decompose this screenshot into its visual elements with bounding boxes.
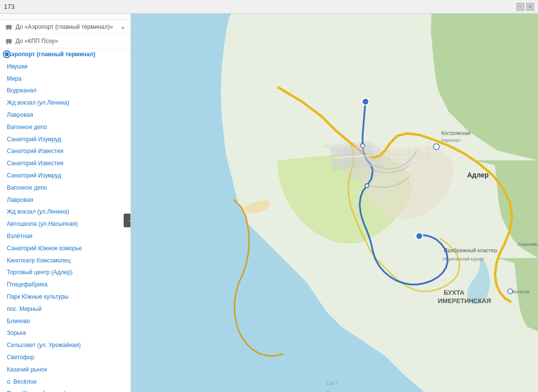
svg-text:Костромская: Костромская: [441, 131, 471, 136]
map-svg: Адлер Костромская Аэропорт Прибрежный кл…: [131, 14, 538, 392]
stop-item[interactable]: Санаторий Изумруд: [0, 133, 130, 146]
stop-item[interactable]: Автошкола (ул.Насыпная): [0, 218, 130, 230]
svg-text:Олимпийская деревня: Олимпийская деревня: [517, 242, 538, 247]
stop-item[interactable]: Лавровая: [0, 194, 130, 206]
window-title: 173: [4, 3, 15, 10]
stop-item[interactable]: Зорька: [0, 327, 130, 339]
stop-item[interactable]: Ивушки: [0, 61, 130, 73]
stop-item[interactable]: Птицефабрика: [0, 279, 130, 291]
stops-list[interactable]: Аэропорт (главный терминал)ИвушкиМираВод…: [0, 48, 130, 392]
svg-point-5: [10, 43, 11, 44]
stop-item[interactable]: Санаторий Изумруд: [0, 170, 130, 182]
direction-label-2: До «КПП Псоу»: [16, 38, 58, 44]
stop-item[interactable]: Аэропорт (главный терминал): [0, 48, 130, 61]
stop-item[interactable]: Псоу (Казачий рынок): [0, 388, 130, 392]
stop-item[interactable]: Санаторий Южное взморье: [0, 242, 130, 255]
direction-to-airport[interactable]: До «Аэропорт (главный терминал)» ▲: [0, 20, 130, 34]
stop-item[interactable]: Сельсовет (ул. Урожайная): [0, 339, 130, 351]
map-area[interactable]: Адлер Костромская Аэропорт Прибрежный кл…: [131, 14, 538, 392]
svg-rect-0: [6, 25, 12, 29]
svg-point-23: [508, 289, 513, 294]
minimize-button[interactable]: −: [516, 3, 524, 11]
svg-point-8: [416, 233, 423, 240]
stop-item[interactable]: Водоканал: [0, 85, 130, 97]
svg-text:Аэропорт: Аэропорт: [441, 138, 461, 143]
svg-text:Прибрежный кластер: Прибрежный кластер: [444, 247, 497, 253]
stop-item[interactable]: Вагонное депо: [0, 121, 130, 133]
stop-item[interactable]: Санаторий Известия: [0, 157, 130, 170]
svg-point-17: [433, 144, 439, 150]
title-bar: 173 − ×: [0, 0, 538, 14]
chevron-up-icon: ▲: [120, 24, 126, 30]
stop-item[interactable]: Жд вокзал (ул.Ленина): [0, 206, 130, 218]
sidebar-header: [0, 14, 130, 20]
stop-item[interactable]: Торговый центр (Адлер): [0, 266, 130, 279]
svg-rect-3: [6, 39, 12, 43]
svg-point-7: [362, 98, 369, 105]
svg-text:БУХТА: БУХТА: [444, 289, 465, 296]
stop-item[interactable]: Вагонное депо: [0, 182, 130, 194]
stop-item[interactable]: Парк Южные культуры: [0, 291, 130, 303]
stop-item[interactable]: Санаторий Известия: [0, 145, 130, 157]
stop-item[interactable]: Мира: [0, 73, 130, 85]
stop-item[interactable]: Жд вокзал (ул.Ленина): [0, 97, 130, 109]
stops-container: Аэропорт (главный терминал)ИвушкиМираВод…: [0, 48, 130, 392]
bus-icon-2: [5, 37, 13, 45]
svg-text:Адлер: Адлер: [467, 171, 489, 179]
stop-item[interactable]: о. Весёлое: [0, 376, 130, 388]
main-content: До «Аэропорт (главный терминал)» ▲ До «К…: [0, 14, 538, 392]
direction-label-1: До «Аэропорт (главный терминал)»: [16, 23, 113, 30]
stop-item[interactable]: Кинотеатр Комсомолец: [0, 255, 130, 267]
direction-to-psou[interactable]: До «КПП Псоу»: [0, 34, 130, 48]
close-button[interactable]: ×: [526, 3, 534, 11]
svg-point-4: [7, 43, 8, 44]
sidebar: До «Аэропорт (главный терминал)» ▲ До «К…: [0, 14, 131, 392]
title-bar-controls: − ×: [516, 3, 534, 11]
stop-item[interactable]: Лавровая: [0, 109, 130, 121]
svg-text:ИМЕРЕТИНСКАЯ: ИМЕРЕТИНСКАЯ: [438, 297, 491, 305]
bus-icon: [5, 23, 13, 31]
stop-item[interactable]: Блиново: [0, 315, 130, 327]
stop-item[interactable]: пос. Мирный: [0, 303, 130, 315]
svg-text:Eat <: Eat <: [326, 381, 338, 386]
svg-text:Имретинский курорт: Имретинский курорт: [443, 257, 484, 261]
stop-item[interactable]: Светофор: [0, 351, 130, 364]
svg-point-2: [10, 29, 11, 30]
stop-item[interactable]: Взлётная: [0, 230, 130, 242]
stop-item[interactable]: Казачий рынок: [0, 364, 130, 376]
svg-text:Весёлое: Весёлое: [512, 289, 530, 294]
expand-button[interactable]: →: [124, 214, 130, 227]
svg-point-1: [7, 29, 8, 30]
